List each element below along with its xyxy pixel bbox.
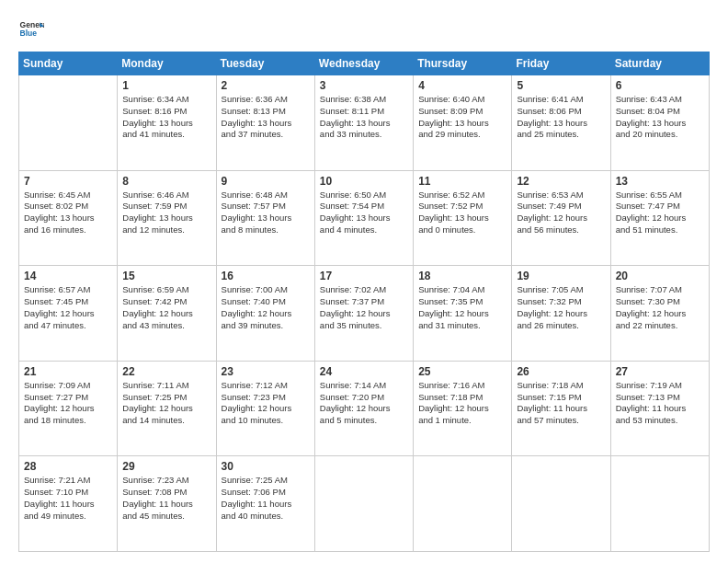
- day-number: 15: [122, 270, 210, 282]
- calendar-cell: 24Sunrise: 7:14 AM Sunset: 7:20 PM Dayli…: [314, 361, 413, 456]
- day-number: 17: [320, 270, 408, 282]
- calendar-cell: 3Sunrise: 6:38 AM Sunset: 8:11 PM Daylig…: [314, 75, 413, 171]
- day-info: Sunrise: 7:16 AM Sunset: 7:18 PM Dayligh…: [418, 380, 506, 427]
- calendar-cell: 11Sunrise: 6:52 AM Sunset: 7:52 PM Dayli…: [414, 170, 512, 266]
- calendar-cell: 26Sunrise: 7:18 AM Sunset: 7:15 PM Dayli…: [512, 361, 610, 456]
- calendar-cell: 22Sunrise: 7:11 AM Sunset: 7:25 PM Dayli…: [118, 361, 216, 456]
- calendar-table: SundayMondayTuesdayWednesdayThursdayFrid…: [18, 52, 710, 552]
- day-number: 8: [122, 175, 210, 188]
- calendar-cell: [610, 456, 709, 552]
- day-info: Sunrise: 6:36 AM Sunset: 8:13 PM Dayligh…: [222, 94, 310, 141]
- calendar-cell: 1Sunrise: 6:34 AM Sunset: 8:16 PM Daylig…: [118, 75, 216, 171]
- weekday-header-monday: Monday: [118, 52, 216, 75]
- header: General Blue: [18, 17, 710, 42]
- day-number: 11: [418, 175, 506, 188]
- calendar-cell: 8Sunrise: 6:46 AM Sunset: 7:59 PM Daylig…: [118, 170, 216, 266]
- calendar-cell: 15Sunrise: 6:59 AM Sunset: 7:42 PM Dayli…: [118, 266, 216, 362]
- day-info: Sunrise: 6:59 AM Sunset: 7:42 PM Dayligh…: [122, 284, 210, 331]
- day-number: 1: [122, 79, 210, 92]
- weekday-header-thursday: Thursday: [414, 52, 512, 75]
- calendar-cell: [414, 456, 512, 552]
- calendar-cell: 21Sunrise: 7:09 AM Sunset: 7:27 PM Dayli…: [19, 361, 118, 456]
- day-number: 12: [517, 175, 605, 188]
- week-row-4: 21Sunrise: 7:09 AM Sunset: 7:27 PM Dayli…: [19, 361, 710, 456]
- day-info: Sunrise: 7:25 AM Sunset: 7:06 PM Dayligh…: [222, 475, 310, 522]
- day-number: 24: [320, 365, 408, 378]
- day-number: 25: [418, 365, 506, 378]
- day-info: Sunrise: 6:50 AM Sunset: 7:54 PM Dayligh…: [320, 190, 408, 236]
- day-number: 6: [616, 79, 704, 92]
- day-number: 18: [418, 270, 506, 282]
- day-info: Sunrise: 7:23 AM Sunset: 7:08 PM Dayligh…: [122, 475, 210, 522]
- day-info: Sunrise: 6:48 AM Sunset: 7:57 PM Dayligh…: [222, 190, 310, 236]
- calendar-cell: 17Sunrise: 7:02 AM Sunset: 7:37 PM Dayli…: [314, 266, 413, 362]
- day-info: Sunrise: 7:11 AM Sunset: 7:25 PM Dayligh…: [122, 380, 210, 427]
- calendar-cell: 10Sunrise: 6:50 AM Sunset: 7:54 PM Dayli…: [314, 170, 413, 266]
- day-info: Sunrise: 6:34 AM Sunset: 8:16 PM Dayligh…: [122, 94, 210, 141]
- weekday-header-saturday: Saturday: [610, 52, 709, 75]
- day-number: 29: [122, 460, 210, 473]
- day-info: Sunrise: 7:05 AM Sunset: 7:32 PM Dayligh…: [517, 284, 605, 331]
- day-info: Sunrise: 6:41 AM Sunset: 8:06 PM Dayligh…: [517, 94, 605, 141]
- calendar-cell: 6Sunrise: 6:43 AM Sunset: 8:04 PM Daylig…: [610, 75, 709, 171]
- day-info: Sunrise: 7:09 AM Sunset: 7:27 PM Dayligh…: [24, 380, 112, 427]
- day-info: Sunrise: 6:53 AM Sunset: 7:49 PM Dayligh…: [517, 190, 605, 236]
- day-info: Sunrise: 6:38 AM Sunset: 8:11 PM Dayligh…: [320, 94, 408, 141]
- weekday-header-wednesday: Wednesday: [314, 52, 413, 75]
- day-info: Sunrise: 7:04 AM Sunset: 7:35 PM Dayligh…: [418, 284, 506, 331]
- calendar-cell: 14Sunrise: 6:57 AM Sunset: 7:45 PM Dayli…: [19, 266, 118, 362]
- day-number: 7: [24, 175, 112, 188]
- week-row-3: 14Sunrise: 6:57 AM Sunset: 7:45 PM Dayli…: [19, 266, 710, 362]
- calendar-cell: 23Sunrise: 7:12 AM Sunset: 7:23 PM Dayli…: [216, 361, 314, 456]
- day-number: 14: [24, 270, 112, 282]
- day-number: 22: [122, 365, 210, 378]
- day-info: Sunrise: 7:18 AM Sunset: 7:15 PM Dayligh…: [517, 380, 605, 427]
- calendar-cell: 16Sunrise: 7:00 AM Sunset: 7:40 PM Dayli…: [216, 266, 314, 362]
- calendar-cell: 19Sunrise: 7:05 AM Sunset: 7:32 PM Dayli…: [512, 266, 610, 362]
- calendar-cell: 12Sunrise: 6:53 AM Sunset: 7:49 PM Dayli…: [512, 170, 610, 266]
- page: General Blue SundayMondayTuesdayWednesda…: [0, 0, 728, 563]
- day-number: 16: [222, 270, 310, 282]
- calendar-cell: [512, 456, 610, 552]
- svg-text:Blue: Blue: [20, 29, 38, 38]
- calendar-cell: 2Sunrise: 6:36 AM Sunset: 8:13 PM Daylig…: [216, 75, 314, 171]
- calendar-cell: [314, 456, 413, 552]
- day-info: Sunrise: 6:45 AM Sunset: 8:02 PM Dayligh…: [24, 190, 112, 236]
- day-number: 30: [222, 460, 310, 473]
- logo-icon: General Blue: [18, 17, 44, 42]
- day-number: 27: [616, 365, 704, 378]
- day-info: Sunrise: 7:07 AM Sunset: 7:30 PM Dayligh…: [616, 284, 704, 331]
- day-number: 3: [320, 79, 408, 92]
- calendar-cell: 28Sunrise: 7:21 AM Sunset: 7:10 PM Dayli…: [19, 456, 118, 552]
- calendar-cell: 25Sunrise: 7:16 AM Sunset: 7:18 PM Dayli…: [414, 361, 512, 456]
- calendar-cell: 20Sunrise: 7:07 AM Sunset: 7:30 PM Dayli…: [610, 266, 709, 362]
- calendar-cell: 5Sunrise: 6:41 AM Sunset: 8:06 PM Daylig…: [512, 75, 610, 171]
- day-info: Sunrise: 7:19 AM Sunset: 7:13 PM Dayligh…: [616, 380, 704, 427]
- calendar-cell: 13Sunrise: 6:55 AM Sunset: 7:47 PM Dayli…: [610, 170, 709, 266]
- day-info: Sunrise: 7:14 AM Sunset: 7:20 PM Dayligh…: [320, 380, 408, 427]
- day-number: 19: [517, 270, 605, 282]
- day-info: Sunrise: 6:52 AM Sunset: 7:52 PM Dayligh…: [418, 190, 506, 236]
- day-number: 20: [616, 270, 704, 282]
- calendar-cell: 30Sunrise: 7:25 AM Sunset: 7:06 PM Dayli…: [216, 456, 314, 552]
- day-number: 10: [320, 175, 408, 188]
- weekday-header-row: SundayMondayTuesdayWednesdayThursdayFrid…: [19, 52, 710, 75]
- weekday-header-sunday: Sunday: [19, 52, 118, 75]
- day-number: 28: [24, 460, 112, 473]
- calendar-cell: 4Sunrise: 6:40 AM Sunset: 8:09 PM Daylig…: [414, 75, 512, 171]
- calendar-cell: 29Sunrise: 7:23 AM Sunset: 7:08 PM Dayli…: [118, 456, 216, 552]
- day-info: Sunrise: 6:46 AM Sunset: 7:59 PM Dayligh…: [122, 190, 210, 236]
- day-number: 5: [517, 79, 605, 92]
- day-number: 26: [517, 365, 605, 378]
- day-number: 9: [222, 175, 310, 188]
- calendar-cell: 9Sunrise: 6:48 AM Sunset: 7:57 PM Daylig…: [216, 170, 314, 266]
- day-info: Sunrise: 6:43 AM Sunset: 8:04 PM Dayligh…: [616, 94, 704, 141]
- calendar-cell: 18Sunrise: 7:04 AM Sunset: 7:35 PM Dayli…: [414, 266, 512, 362]
- day-number: 23: [222, 365, 310, 378]
- calendar-cell: [19, 75, 118, 171]
- weekday-header-tuesday: Tuesday: [216, 52, 314, 75]
- calendar-cell: 7Sunrise: 6:45 AM Sunset: 8:02 PM Daylig…: [19, 170, 118, 266]
- day-number: 21: [24, 365, 112, 378]
- week-row-1: 1Sunrise: 6:34 AM Sunset: 8:16 PM Daylig…: [19, 75, 710, 171]
- weekday-header-friday: Friday: [512, 52, 610, 75]
